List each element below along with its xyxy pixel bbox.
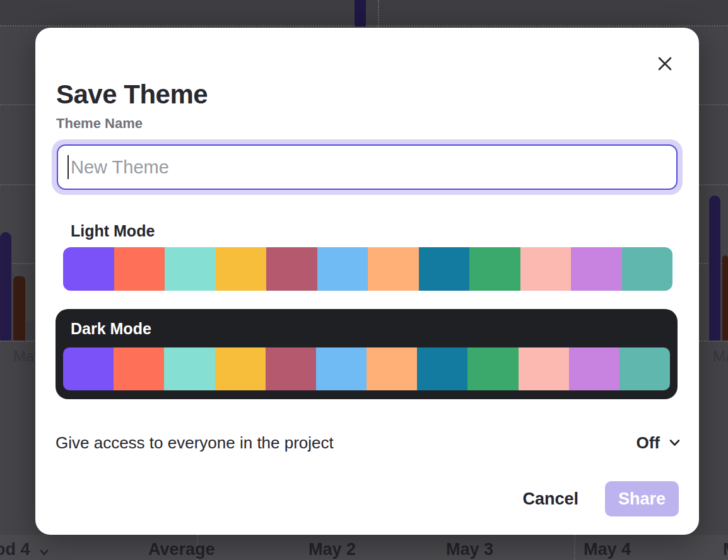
palette-swatch xyxy=(63,247,114,291)
access-value: Off xyxy=(636,433,660,453)
theme-name-field-frame xyxy=(57,144,678,190)
palette-swatch xyxy=(63,347,114,390)
light-mode-label: Light Mode xyxy=(71,222,155,240)
palette-swatch xyxy=(165,247,216,291)
palette-swatch xyxy=(114,247,165,291)
background-bar xyxy=(709,195,720,341)
palette-swatch xyxy=(569,347,619,390)
background-bar xyxy=(722,255,728,341)
text-caret xyxy=(68,155,69,179)
screen: May Ma od 4 Average May 2 May 3 May 4 M … xyxy=(0,0,728,560)
input-focus-ring xyxy=(52,139,683,195)
save-theme-dialog: Save Theme Theme Name Light Mode Dark Mo… xyxy=(35,28,699,535)
palette-swatch xyxy=(467,347,518,390)
background-x-label: May 2 xyxy=(308,540,356,559)
close-icon xyxy=(656,55,674,74)
dialog-footer: Cancel Share xyxy=(522,481,679,516)
background-x-label: M xyxy=(723,540,728,559)
share-button[interactable]: Share xyxy=(605,481,679,516)
palette-swatch xyxy=(571,247,622,291)
dark-mode-label: Dark Mode xyxy=(71,320,151,338)
close-button[interactable] xyxy=(654,53,676,76)
background-x-label: Ma xyxy=(713,347,728,365)
palette-swatch xyxy=(215,347,266,390)
chevron-down-icon xyxy=(39,547,49,557)
palette-swatch xyxy=(469,247,520,291)
palette-swatch xyxy=(417,347,467,390)
background-x-label: May 4 xyxy=(584,540,631,559)
period-selector-label: od 4 xyxy=(0,540,30,559)
palette-swatch xyxy=(367,347,417,390)
palette-swatch xyxy=(419,247,470,291)
dialog-title: Save Theme xyxy=(56,79,208,110)
palette-swatch xyxy=(216,247,267,291)
light-mode-palette xyxy=(63,247,672,291)
palette-swatch xyxy=(316,347,367,390)
palette-swatch xyxy=(622,247,673,291)
palette-swatch xyxy=(266,247,317,291)
palette-swatch xyxy=(114,347,164,390)
background-column-separator xyxy=(574,535,575,560)
theme-name-input[interactable] xyxy=(58,146,676,189)
background-x-label: Average xyxy=(148,540,215,559)
background-bar xyxy=(355,0,366,26)
access-dropdown[interactable]: Off xyxy=(636,433,680,453)
palette-swatch xyxy=(317,247,368,291)
background-bar xyxy=(13,276,25,341)
dark-mode-panel: Dark Mode xyxy=(56,309,678,399)
background-bar xyxy=(26,320,35,341)
palette-swatch xyxy=(519,347,569,390)
palette-swatch xyxy=(520,247,572,291)
palette-swatch xyxy=(619,347,670,390)
access-label: Give access to everyone in the project xyxy=(56,433,334,453)
chevron-down-icon xyxy=(660,439,680,446)
access-row: Give access to everyone in the project O… xyxy=(56,429,680,457)
background-x-label: May 3 xyxy=(446,540,493,559)
background-column-separator xyxy=(378,0,379,28)
palette-swatch xyxy=(266,347,316,390)
theme-name-label: Theme Name xyxy=(56,115,143,132)
palette-swatch xyxy=(164,347,214,390)
background-bar xyxy=(0,232,11,341)
palette-swatch xyxy=(368,247,419,291)
dark-mode-palette xyxy=(63,347,670,390)
cancel-button[interactable]: Cancel xyxy=(522,489,578,509)
